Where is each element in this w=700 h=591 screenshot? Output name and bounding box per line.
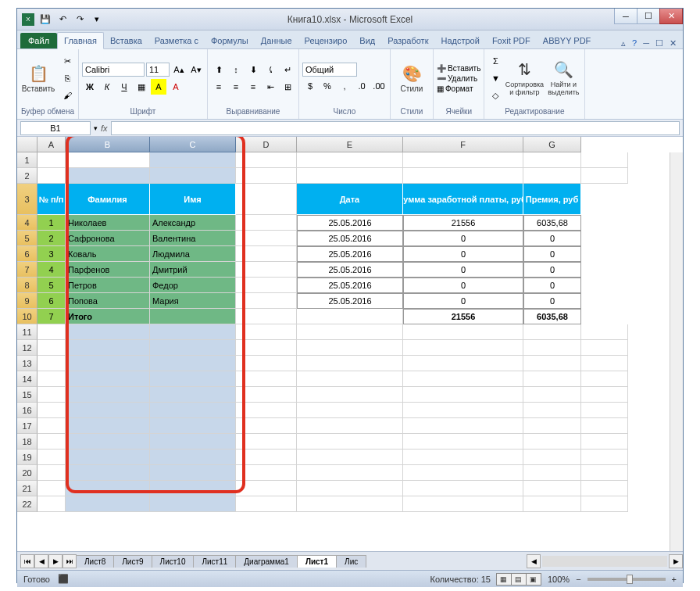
cell-A5[interactable]: 2 xyxy=(38,231,66,246)
cell-gap20[interactable] xyxy=(236,465,297,481)
cell-E12[interactable] xyxy=(403,340,523,356)
cell-gap15[interactable] xyxy=(236,387,297,403)
row-header-17[interactable]: 17 xyxy=(17,418,38,434)
cell-F14[interactable] xyxy=(523,371,581,387)
delete-cell-button[interactable]: Удалить xyxy=(448,74,477,83)
cell-B10[interactable]: Итого xyxy=(66,309,150,324)
cell-A20[interactable] xyxy=(38,465,66,481)
name-box[interactable]: B1 xyxy=(20,121,91,135)
cell-C15[interactable] xyxy=(150,387,236,403)
row-header-18[interactable]: 18 xyxy=(17,434,38,450)
cell-C14[interactable] xyxy=(150,371,236,387)
cell-gap1[interactable] xyxy=(236,152,297,168)
cell-B4[interactable]: Николаев xyxy=(66,215,150,231)
cell-A9[interactable]: 6 xyxy=(38,293,66,309)
cell-B15[interactable] xyxy=(66,387,150,403)
cell-C17[interactable] xyxy=(150,418,236,434)
col-header-C[interactable]: C xyxy=(150,137,236,152)
redo-icon[interactable]: ↷ xyxy=(73,13,86,26)
row-header-20[interactable]: 20 xyxy=(17,465,38,481)
cell-D22[interactable] xyxy=(297,496,403,512)
help-icon[interactable]: ? xyxy=(632,38,637,48)
formula-input[interactable] xyxy=(111,121,680,135)
page-break-icon[interactable]: ▣ xyxy=(526,573,541,586)
format-cell-icon[interactable]: ▦ xyxy=(437,84,444,93)
cell-C20[interactable] xyxy=(150,465,236,481)
cell-C6[interactable]: Людмила xyxy=(150,246,236,262)
sheet-last-icon[interactable]: ⏭ xyxy=(62,554,77,568)
cell-F22[interactable] xyxy=(523,496,581,512)
cell-C1[interactable] xyxy=(150,152,236,168)
cell-C16[interactable] xyxy=(150,403,236,418)
cell-C10[interactable] xyxy=(150,309,236,324)
styles-button[interactable]: 🎨Стили xyxy=(394,51,430,106)
vertical-scrollbar[interactable] xyxy=(670,152,683,551)
cell-G16[interactable] xyxy=(581,403,628,418)
font-color-icon[interactable]: A xyxy=(168,79,184,95)
cell-D12[interactable] xyxy=(297,340,403,356)
cell-D7[interactable]: 25.05.2016 xyxy=(297,262,403,278)
cell-D4[interactable]: 25.05.2016 xyxy=(297,215,403,231)
cell-C8[interactable]: Федор xyxy=(150,278,236,293)
sheet-tab-Лист8[interactable]: Лист8 xyxy=(76,555,114,568)
zoom-in-icon[interactable]: + xyxy=(672,575,677,584)
col-header-G[interactable]: G xyxy=(523,137,581,152)
qat-dropdown-icon[interactable]: ▾ xyxy=(91,13,103,26)
col-header-B[interactable]: B xyxy=(66,137,150,152)
cell-A2[interactable] xyxy=(38,168,66,184)
clear-icon[interactable]: ◇ xyxy=(488,88,503,103)
normal-view-icon[interactable]: ▦ xyxy=(496,573,512,586)
cell-E6[interactable]: 0 xyxy=(403,246,523,262)
align-bot-icon[interactable]: ⬇ xyxy=(245,62,261,77)
close-button[interactable]: ✕ xyxy=(659,9,683,24)
row-header-11[interactable]: 11 xyxy=(17,324,38,340)
cell-A13[interactable] xyxy=(38,356,66,371)
tab-layout[interactable]: Разметка с xyxy=(148,33,205,48)
cell-D13[interactable] xyxy=(297,356,403,371)
cell-D19[interactable] xyxy=(297,450,403,465)
col-header-D[interactable]: D xyxy=(236,137,297,152)
cell-C12[interactable] xyxy=(150,340,236,356)
cell-B7[interactable]: Парфенов xyxy=(66,262,150,278)
cell-B9[interactable]: Попова xyxy=(66,293,150,309)
cell-D2[interactable] xyxy=(297,168,403,184)
cell-D20[interactable] xyxy=(297,465,403,481)
cell-D14[interactable] xyxy=(297,371,403,387)
cell-D10[interactable] xyxy=(297,309,403,324)
cell-A11[interactable] xyxy=(38,324,66,340)
cell-E2[interactable] xyxy=(403,168,523,184)
cell-F17[interactable] xyxy=(523,418,581,434)
cell-B11[interactable] xyxy=(66,324,150,340)
row-header-8[interactable]: 8 xyxy=(17,278,38,293)
cell-D16[interactable] xyxy=(297,403,403,418)
cell-E14[interactable] xyxy=(403,371,523,387)
cell-G21[interactable] xyxy=(581,481,628,496)
cell-B12[interactable] xyxy=(66,340,150,356)
autosum-icon[interactable]: Σ xyxy=(488,53,503,69)
hscroll-left-icon[interactable]: ◀ xyxy=(527,554,541,568)
cell-gap14[interactable] xyxy=(236,371,297,387)
cell-C19[interactable] xyxy=(150,450,236,465)
cell-D5[interactable]: 25.05.2016 xyxy=(297,231,403,246)
row-header-22[interactable]: 22 xyxy=(17,496,38,512)
fill-color-icon[interactable]: A xyxy=(151,79,166,95)
italic-button[interactable]: К xyxy=(99,79,115,95)
col-header-A[interactable]: A xyxy=(38,137,66,152)
sheet-next-icon[interactable]: ▶ xyxy=(48,554,62,568)
cell-G12[interactable] xyxy=(581,340,628,356)
tab-abbyy[interactable]: ABBYY PDF xyxy=(537,33,598,48)
cell-E19[interactable] xyxy=(403,450,523,465)
align-top-icon[interactable]: ⬆ xyxy=(211,62,227,77)
cell-F4[interactable]: 6035,68 xyxy=(523,215,581,231)
cell-A12[interactable] xyxy=(38,340,66,356)
cell-B3[interactable]: Фамилия xyxy=(66,184,150,215)
select-all-corner[interactable] xyxy=(17,137,38,152)
cell-E13[interactable] xyxy=(403,356,523,371)
cell-A22[interactable] xyxy=(38,496,66,512)
cell-F20[interactable] xyxy=(523,465,581,481)
cell-D18[interactable] xyxy=(297,434,403,450)
row-header-14[interactable]: 14 xyxy=(17,371,38,387)
gap[interactable] xyxy=(236,246,297,262)
page-layout-icon[interactable]: ▤ xyxy=(511,573,527,586)
cell-D15[interactable] xyxy=(297,387,403,403)
